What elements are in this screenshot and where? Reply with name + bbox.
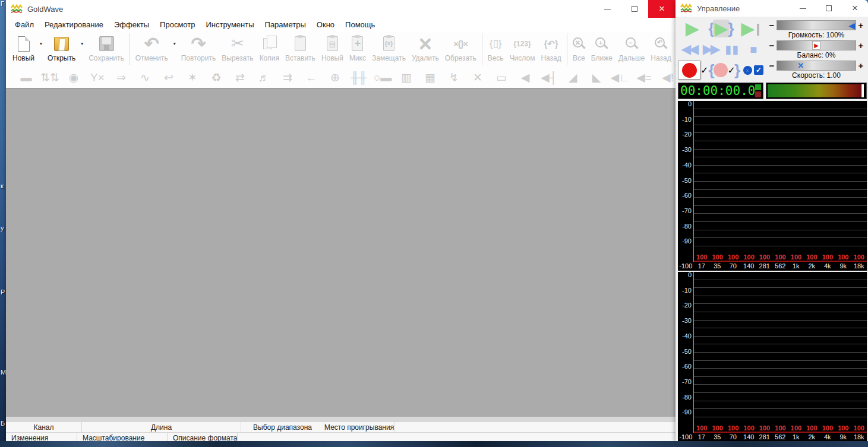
spectrum-plot[interactable]: 100100100100100100100100100100100	[693, 101, 867, 262]
slider-thumb[interactable]	[812, 41, 820, 50]
slider-plus-button[interactable]: +	[856, 62, 866, 70]
monitor-checkbox[interactable]: ✓	[728, 65, 736, 76]
pitch-icon[interactable]: Y×	[86, 68, 109, 86]
flange-icon[interactable]: ⊕	[323, 68, 347, 86]
slider-thumb[interactable]	[848, 21, 855, 30]
control-minimize-button[interactable]	[790, 0, 816, 17]
stop-button[interactable]: ■	[743, 39, 765, 59]
menu-item[interactable]: Файл	[10, 19, 39, 30]
db-tick-label: -50	[678, 177, 692, 193]
paste-button[interactable]: Вставить	[282, 33, 318, 65]
save-button[interactable]: Сохранить	[86, 33, 127, 65]
slider-minus-button[interactable]: −	[767, 42, 777, 50]
control-close-button[interactable]: ×	[842, 0, 868, 17]
expression-evaluator-icon[interactable]: ▦	[418, 68, 442, 86]
record-button[interactable]: ✓	[678, 60, 708, 80]
monitor-toggle[interactable]: ✓	[740, 60, 765, 80]
equalizer-icon[interactable]: ╫╫	[347, 68, 371, 86]
spectrum-plot[interactable]: 100100100100100100100100100100100	[693, 272, 867, 433]
fast-forward-button[interactable]: ▶▶	[700, 39, 722, 59]
play-button[interactable]: ▶	[678, 18, 707, 39]
cut-button[interactable]: Вырезать	[219, 33, 256, 65]
slider-track[interactable]	[777, 61, 856, 71]
new-button[interactable]: Новый	[10, 33, 37, 65]
toolbar-button-icon	[263, 38, 272, 49]
band-level-label: 100	[694, 253, 709, 261]
trim-button[interactable]: Обрезать	[442, 33, 479, 65]
interpolate-icon[interactable]: ⇄	[228, 68, 252, 86]
mix-button[interactable]: Микс	[346, 33, 369, 65]
monitor-checkbox[interactable]: ✓	[754, 65, 763, 75]
minimize-button[interactable]	[594, 0, 621, 18]
modulate-sphere-icon[interactable]: ◉	[62, 68, 86, 86]
menu-item[interactable]: Эффекты	[109, 19, 154, 30]
mechanize-icon[interactable]: ✶	[181, 68, 204, 86]
zoom-out-button[interactable]: Дальше	[616, 33, 648, 65]
menu-item[interactable]: Редактирование	[39, 19, 109, 30]
slider-plus-button[interactable]: +	[856, 42, 866, 50]
copy-button[interactable]: Копия	[257, 33, 282, 65]
volume-adjust-icon[interactable]: ◀┤	[537, 68, 561, 86]
effect-preset-icon[interactable]: ▬	[14, 68, 38, 86]
echo-icon[interactable]: ⇉	[276, 68, 299, 86]
doppler-icon[interactable]: ⇒	[109, 68, 133, 86]
slider-track[interactable]	[777, 40, 856, 50]
fade-out-icon[interactable]: ◣	[585, 68, 608, 86]
spike-smooth-icon[interactable]: ↯	[442, 68, 466, 86]
menu-item[interactable]: Окно	[311, 19, 340, 30]
pause-button[interactable]: ▮▮	[721, 39, 743, 59]
play-to-end-button[interactable]: ▶	[736, 18, 765, 39]
pipe-organ-icon[interactable]: ▥	[394, 68, 418, 86]
redo-button[interactable]: Повторить	[178, 33, 219, 65]
desktop-letter: у	[1, 224, 6, 232]
volume-match-icon[interactable]: ◀=	[632, 68, 656, 86]
slider-minus-button[interactable]: −	[767, 62, 777, 70]
undo-button[interactable]: Отменить	[130, 33, 171, 65]
music-notation-icon[interactable]: ♬	[252, 68, 276, 86]
zoom-in-button[interactable]: Ближе	[588, 33, 616, 65]
fade-shapes-icon[interactable]: ○▬	[371, 68, 394, 86]
open-button[interactable]: Открыть	[45, 33, 78, 65]
volume-ramp-icon[interactable]: ◀∟	[608, 68, 632, 86]
ramble-icon[interactable]: ♻	[204, 68, 228, 86]
menu-item[interactable]: Помощь	[340, 19, 380, 30]
rewind-button[interactable]: ◀◀	[678, 39, 700, 59]
slider-plus-button[interactable]: +	[856, 21, 866, 30]
slider-minus-button[interactable]: −	[767, 21, 777, 30]
frequency-axis: -1001735701402815621k2k4k9k18k	[678, 262, 867, 271]
record-selection-button[interactable]: ✓	[708, 60, 740, 80]
paste-new-button[interactable]: Новый	[318, 33, 346, 65]
zoom-back-button[interactable]: Назад	[648, 33, 674, 65]
close-button[interactable]: ×	[648, 0, 676, 18]
select-restore-button[interactable]: Назад	[538, 33, 564, 65]
delete-button[interactable]: Удалить	[409, 33, 442, 65]
maximize-button[interactable]	[621, 0, 648, 18]
select-numeric-button[interactable]: Числом	[507, 33, 538, 65]
menu-item[interactable]: Просмотр	[154, 19, 200, 30]
media-cart-icon[interactable]: ▭	[490, 68, 513, 86]
play-selection-button[interactable]: ▶	[707, 18, 736, 39]
new-dropdown[interactable]	[37, 33, 45, 65]
replace-button[interactable]: Замещать	[369, 33, 409, 65]
monitor-checkbox[interactable]: ✓	[700, 65, 708, 76]
flip-icon[interactable]: ←	[299, 68, 323, 86]
control-titlebar[interactable]: Управление ×	[676, 0, 868, 17]
filter-curve-icon[interactable]: ∿	[133, 68, 157, 86]
undo-dropdown[interactable]	[171, 33, 178, 65]
control-maximize-button[interactable]	[816, 0, 842, 17]
zoom-all-button[interactable]: Все	[567, 33, 588, 65]
open-dropdown[interactable]	[78, 33, 86, 65]
document-workspace[interactable]	[6, 88, 676, 417]
spectrum-panel-left: 0-10-20-30-40-50-60-70-80-90 10010010010…	[678, 101, 867, 271]
reverse-icon[interactable]: ↩	[157, 68, 181, 86]
menu-item[interactable]: Инструменты	[200, 19, 259, 30]
volume-shaper-icon[interactable]: ⇅⇅	[38, 68, 62, 86]
slider-track[interactable]	[777, 20, 856, 30]
speaker-icon[interactable]: ◀	[513, 68, 537, 86]
select-all-button[interactable]: Весь	[482, 33, 507, 65]
menu-item[interactable]: Параметры	[260, 19, 311, 30]
fade-in-icon[interactable]: ◢	[561, 68, 585, 86]
main-titlebar[interactable]: GoldWave ×	[6, 0, 676, 18]
slider-thumb[interactable]	[797, 61, 804, 70]
noise-reduction-icon[interactable]: ✕	[466, 68, 490, 86]
